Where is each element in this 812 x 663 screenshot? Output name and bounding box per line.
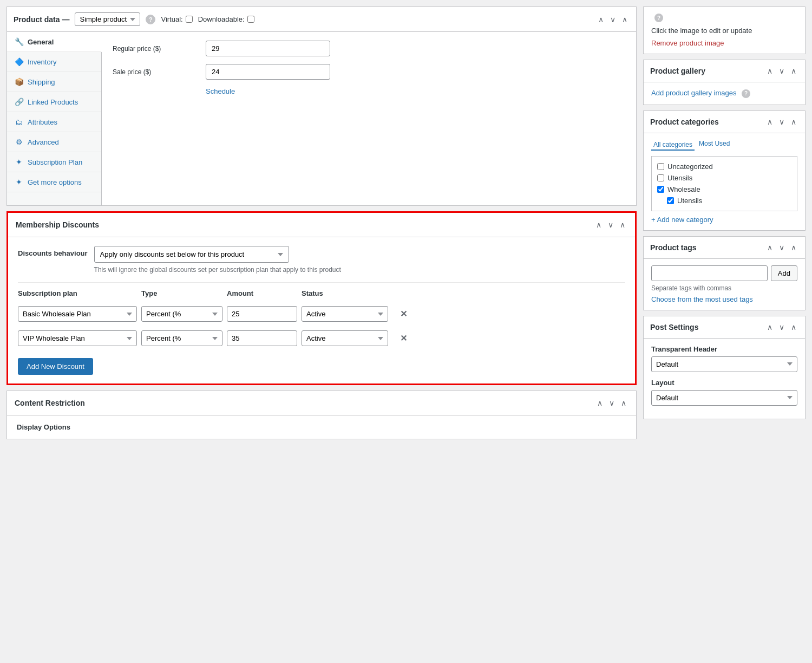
regular-price-input[interactable] [206, 41, 330, 56]
tags-arrow-collapse[interactable]: ∧ [789, 242, 798, 253]
schedule-link[interactable]: Schedule [206, 87, 235, 95]
cat-uncategorized-label[interactable]: Uncategorized [667, 162, 713, 171]
tags-arrow-up[interactable]: ∧ [765, 242, 775, 253]
product-data-title: Product data — [14, 15, 69, 24]
virtual-checkbox[interactable] [186, 16, 193, 23]
cat-utensils-label[interactable]: Utensils [667, 174, 692, 182]
add-gallery-images-link[interactable]: Add product gallery images [651, 89, 737, 97]
gallery-help-icon[interactable]: ? [742, 89, 750, 98]
behaviour-row: Discounts behaviour Apply only discounts… [18, 246, 625, 274]
product-type-select[interactable]: Simple product [75, 12, 140, 26]
arrow-down-btn[interactable]: ∨ [608, 14, 618, 25]
product-categories-header: Product categories ∧ ∨ ∧ [644, 111, 805, 133]
layout-select[interactable]: Default Yes No [651, 390, 797, 406]
content-arrow-up[interactable]: ∧ [595, 398, 605, 408]
tags-input[interactable] [651, 265, 768, 281]
post-settings-arrow-up[interactable]: ∧ [765, 322, 775, 333]
sidebar-item-advanced[interactable]: ⚙ Advanced [7, 132, 101, 152]
col-amount: Amount [227, 289, 297, 297]
discount-type-select-1[interactable]: Percent (% Fixed ($) [141, 306, 222, 322]
arrow-collapse-btn[interactable]: ∧ [620, 14, 630, 25]
discount-status-select-1[interactable]: Active Inactive [302, 306, 388, 322]
cat-wholesale-label[interactable]: Wholesale [667, 185, 700, 193]
add-new-category-link[interactable]: + Add new category [651, 216, 713, 224]
discount-plan-select-2[interactable]: Basic Wholesale Plan VIP Wholesale Plan [18, 330, 137, 346]
categories-arrow-down[interactable]: ∨ [777, 116, 787, 127]
sidebar-item-subscription-plan[interactable]: ✦ Subscription Plan [7, 152, 101, 172]
product-tags-header: Product tags ∧ ∨ ∧ [644, 237, 805, 259]
discount-remove-btn-2[interactable]: ✕ [392, 333, 414, 344]
advanced-icon: ⚙ [15, 138, 23, 146]
gallery-arrow-collapse[interactable]: ∧ [789, 66, 798, 76]
sidebar-item-get-more-options[interactable]: ✦ Get more options [7, 172, 101, 192]
behaviour-select[interactable]: Apply only discounts set below for this … [94, 246, 289, 263]
membership-discounts-header: Membership Discounts ∧ ∨ ∧ [8, 213, 635, 237]
tags-input-row: Add [651, 265, 797, 281]
tags-hint: Separate tags with commas [651, 284, 797, 292]
arrow-up-btn[interactable]: ∧ [596, 14, 606, 25]
membership-arrow-collapse[interactable]: ∧ [618, 219, 627, 230]
tab-all-categories[interactable]: All categories [651, 140, 695, 151]
post-settings-arrows: ∧ ∨ ∧ [765, 322, 798, 333]
transparent-header-select[interactable]: Default Yes No [651, 356, 797, 372]
tab-most-used[interactable]: Most Used [699, 140, 730, 151]
tags-add-button[interactable]: Add [771, 265, 797, 281]
inventory-icon: 🔷 [15, 57, 23, 66]
tags-arrow-down[interactable]: ∨ [777, 242, 787, 253]
membership-arrow-up[interactable]: ∧ [594, 219, 604, 230]
product-gallery-header: Product gallery ∧ ∨ ∧ [644, 60, 805, 82]
link-icon: 🔗 [15, 98, 23, 106]
list-item: Utensils [657, 172, 791, 184]
content-arrow-collapse[interactable]: ∧ [619, 398, 628, 408]
gallery-arrow-down[interactable]: ∨ [777, 66, 787, 76]
list-item: Uncategorized [657, 161, 791, 172]
product-data-header: Product data — Simple product ? Virtual:… [7, 7, 636, 32]
cat-wholesale-checkbox[interactable] [657, 186, 664, 193]
tags-arrows: ∧ ∨ ∧ [765, 242, 798, 253]
gallery-arrow-up[interactable]: ∧ [765, 66, 775, 76]
discount-remove-btn-1[interactable]: ✕ [392, 309, 414, 320]
cat-utensils-sub-checkbox[interactable] [667, 197, 674, 204]
cat-utensils-checkbox[interactable] [657, 174, 664, 181]
categories-arrow-collapse[interactable]: ∧ [789, 116, 798, 127]
nav-subscription-label: Subscription Plan [28, 158, 82, 166]
nav-general-label: General [28, 38, 54, 46]
membership-discounts-panel: Membership Discounts ∧ ∨ ∧ Discounts beh… [6, 211, 637, 385]
sidebar-item-general[interactable]: 🔧 General [7, 32, 102, 52]
sidebar-item-inventory[interactable]: 🔷 Inventory [7, 52, 101, 72]
content-arrow-down[interactable]: ∨ [607, 398, 617, 408]
discount-row: Basic Wholesale Plan VIP Wholesale Plan … [18, 302, 625, 326]
post-settings-arrow-collapse[interactable]: ∧ [789, 322, 798, 333]
discount-plan-select-1[interactable]: Basic Wholesale Plan VIP Wholesale Plan [18, 306, 137, 322]
sidebar-item-attributes[interactable]: 🗂 Attributes [7, 112, 101, 132]
content-restriction-arrows: ∧ ∨ ∧ [595, 398, 628, 408]
sale-price-input[interactable] [206, 64, 330, 80]
categories-arrow-up[interactable]: ∧ [765, 116, 775, 127]
col-status: Status [302, 289, 388, 297]
remove-product-image-link[interactable]: Remove product image [651, 39, 724, 47]
choose-tags-link[interactable]: Choose from the most used tags [651, 295, 753, 303]
product-categories-body: All categories Most Used Uncategorized U… [644, 133, 805, 230]
discount-amount-input-2[interactable] [227, 330, 297, 346]
product-image-help-icon[interactable]: ? [654, 14, 663, 22]
discount-status-select-2[interactable]: Active Inactive [302, 330, 388, 346]
cat-utensils-sub-label[interactable]: Utensils [677, 197, 702, 205]
list-item: Utensils [657, 195, 791, 206]
help-icon[interactable]: ? [146, 15, 155, 24]
sidebar-item-shipping[interactable]: 📦 Shipping [7, 72, 101, 92]
membership-arrow-down[interactable]: ∨ [606, 219, 615, 230]
sale-price-label: Sale price ($) [113, 68, 199, 76]
discount-amount-input-1[interactable] [227, 306, 297, 322]
content-restriction-panel: Content Restriction ∧ ∨ ∧ Display Option… [6, 391, 637, 439]
downloadable-checkbox[interactable] [247, 16, 254, 23]
discount-type-select-2[interactable]: Percent (% Fixed ($) [141, 330, 222, 346]
sidebar-item-linked-products[interactable]: 🔗 Linked Products [7, 92, 101, 112]
product-gallery-body: Add product gallery images ? [644, 82, 805, 105]
add-new-discount-button[interactable]: Add New Discount [18, 358, 93, 375]
content-restriction-header: Content Restriction ∧ ∨ ∧ [7, 391, 636, 415]
post-settings-arrow-down[interactable]: ∨ [777, 322, 787, 333]
nav-linked-label: Linked Products [28, 98, 78, 106]
post-settings-header: Post Settings ∧ ∨ ∧ [644, 316, 805, 339]
cat-uncategorized-checkbox[interactable] [657, 163, 664, 170]
nav-inventory-label: Inventory [28, 58, 56, 66]
